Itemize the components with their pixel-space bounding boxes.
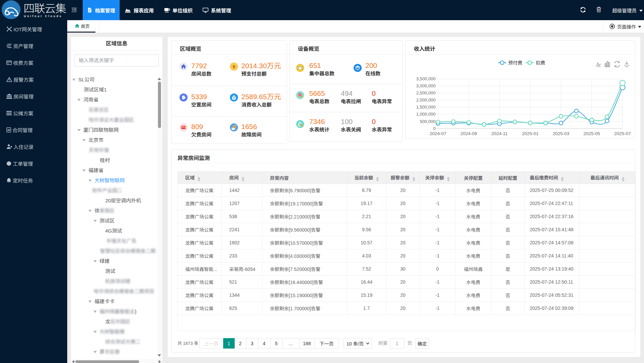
svg-text:0: 0 [433, 126, 436, 131]
svg-text:2,000,000: 2,000,000 [416, 97, 436, 103]
svg-text:W: W [7, 128, 10, 132]
svg-text:3,500,000: 3,500,000 [416, 76, 436, 81]
svg-text:¥: ¥ [233, 96, 235, 99]
svg-text:¥: ¥ [233, 64, 235, 69]
svg-text:扣费: 扣费 [536, 60, 545, 66]
svg-text:3,000,000: 3,000,000 [416, 83, 436, 88]
svg-text:预付费: 预付费 [508, 60, 522, 66]
svg-text:2025-07: 2025-07 [614, 131, 631, 136]
svg-text:2025-03: 2025-03 [553, 131, 569, 136]
svg-text:2025-05: 2025-05 [583, 131, 600, 136]
svg-text:2024-07: 2024-07 [430, 131, 446, 136]
svg-text:2024-09: 2024-09 [460, 131, 477, 136]
svg-text:2025-01: 2025-01 [522, 131, 539, 136]
svg-text:500,000: 500,000 [420, 119, 436, 124]
svg-text:1,500,000: 1,500,000 [416, 105, 436, 110]
svg-text:2024-11: 2024-11 [491, 131, 508, 136]
svg-text:1,000,000: 1,000,000 [416, 112, 436, 117]
svg-text:2,500,000: 2,500,000 [416, 90, 436, 95]
svg-text:¥: ¥ [300, 124, 302, 126]
svg-text:¥: ¥ [301, 95, 302, 97]
